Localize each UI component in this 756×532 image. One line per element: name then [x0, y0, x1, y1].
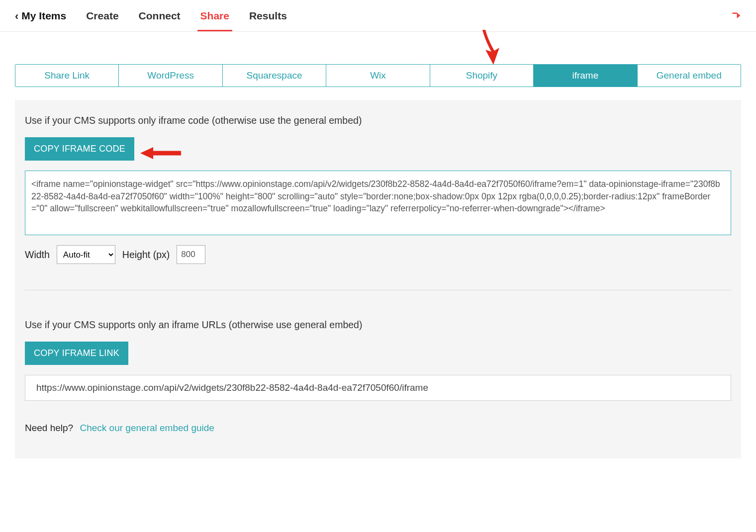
width-select[interactable]: Auto-fit — [57, 245, 115, 264]
copy-iframe-link-button[interactable]: COPY IFRAME LINK — [25, 342, 128, 365]
iframe-link-desc: Use if your CMS supports only an iframe … — [25, 319, 731, 331]
annotation-arrow-to-iframe-tab — [478, 30, 503, 67]
dimensions-row: Width Auto-fit Height (px) — [25, 245, 731, 264]
brand-icon — [731, 11, 741, 21]
help-link[interactable]: Check our general embed guide — [80, 423, 214, 433]
back-chevron-icon[interactable]: ‹ — [15, 10, 18, 23]
tab-squarespace[interactable]: Squarespace — [223, 65, 326, 87]
iframe-panel: Use if your CMS supports only iframe cod… — [15, 100, 741, 458]
tab-shopify[interactable]: Shopify — [430, 65, 534, 87]
width-label: Width — [25, 249, 50, 261]
tab-general-embed[interactable]: General embed — [638, 65, 741, 87]
tab-iframe[interactable]: iframe — [534, 65, 637, 87]
iframe-link-box[interactable]: https://www.opinionstage.com/api/v2/widg… — [25, 375, 731, 401]
nav-create[interactable]: Create — [86, 1, 118, 31]
top-nav: ‹ My Items Create Connect Share Results — [0, 0, 756, 32]
help-text: Need help? — [25, 423, 73, 433]
nav-share[interactable]: Share — [200, 1, 229, 31]
iframe-code-desc: Use if your CMS supports only iframe cod… — [25, 115, 731, 126]
share-page: Share Link WordPress Squarespace Wix Sho… — [0, 64, 756, 458]
height-input[interactable] — [177, 245, 205, 264]
tab-wordpress[interactable]: WordPress — [119, 65, 222, 87]
tab-share-link[interactable]: Share Link — [15, 65, 119, 87]
nav-results[interactable]: Results — [249, 1, 287, 31]
nav-connect[interactable]: Connect — [139, 1, 181, 31]
height-label: Height (px) — [122, 249, 170, 261]
my-items-link[interactable]: My Items — [21, 10, 66, 22]
iframe-code-textarea[interactable] — [25, 171, 731, 235]
help-row: Need help? Check our general embed guide — [25, 423, 731, 434]
section-divider — [25, 290, 731, 290]
embed-type-tabs: Share Link WordPress Squarespace Wix Sho… — [15, 64, 741, 87]
copy-iframe-code-button[interactable]: COPY IFRAME CODE — [25, 137, 134, 161]
tab-wix[interactable]: Wix — [326, 65, 430, 87]
